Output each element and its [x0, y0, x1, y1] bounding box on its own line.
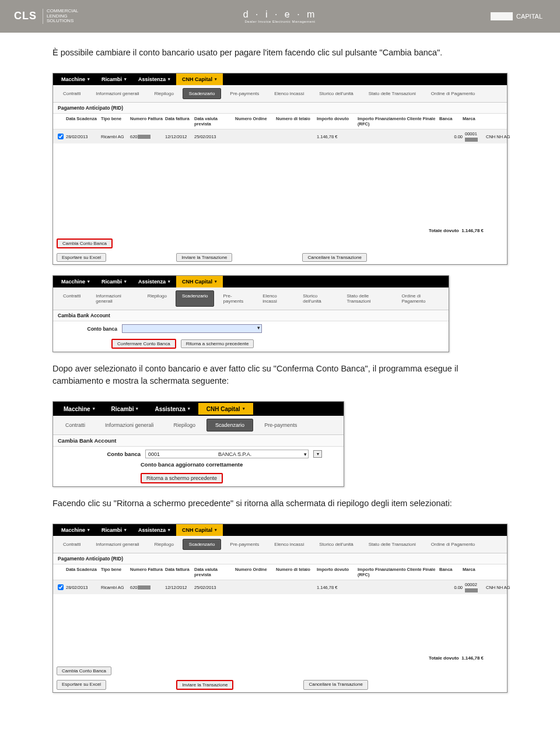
row-checkbox[interactable]	[58, 134, 64, 139]
nav-macchine[interactable]: Macchine▾	[55, 524, 96, 536]
confermare-conto-banca-button[interactable]: Confermare Conto Banca	[111, 339, 176, 349]
nav-cnh-capital[interactable]: CNH Capital▾	[198, 403, 253, 415]
ss2-section-label: Cambia Bank Account	[53, 310, 449, 321]
paragraph-1: È possibile cambiare il conto bancario u…	[52, 47, 508, 59]
conto-banca-label: Conto banca	[59, 451, 141, 457]
ritorna-schermo-precedente-button[interactable]: Ritorna a schermo precedente	[141, 473, 223, 483]
subnav-stato[interactable]: Stato delle Transazioni	[362, 88, 422, 99]
ss4-section-label: Pagamento Anticipato (RID)	[53, 553, 507, 564]
redacted-icon	[465, 138, 478, 142]
subnav-ordine[interactable]: Ordine di Pagamento	[425, 539, 482, 550]
diem-sub: Dealer Invoice Electronic Management	[243, 20, 317, 23]
ss2-subnav: Contratti Informazioni generali Riepilog…	[53, 287, 449, 310]
cell-importo: 1.146,78 €	[317, 585, 358, 590]
subnav-riepilogo[interactable]: Riepilogo	[165, 419, 205, 432]
conto-banca-select[interactable]	[122, 324, 262, 333]
subnav-scadenzario[interactable]: Scadenzario	[206, 419, 253, 432]
subnav-scadenzario[interactable]: Scadenzario	[183, 539, 221, 550]
cell-tipo-bene: Ricambi AG	[101, 134, 130, 139]
subnav-prepay[interactable]: Pre-payments	[256, 419, 306, 432]
esporta-excel-button[interactable]: Esportare su Excel	[57, 680, 106, 690]
subnav-elenco[interactable]: Elenco incassi	[268, 539, 310, 550]
nav-ricambi[interactable]: Ricambi▾	[103, 403, 147, 415]
subnav-contratti[interactable]: Contratti	[57, 419, 94, 432]
diem-logo: d · i · e · m Dealer Invoice Electronic …	[243, 9, 317, 23]
capital-logo: CAPITAL	[491, 12, 542, 20]
subnav-scadenzario[interactable]: Scadenzario	[176, 290, 214, 307]
cambia-conto-banca-button[interactable]: Cambia Conto Banca	[57, 667, 111, 675]
subnav-riepilogo[interactable]: Riepilogo	[148, 88, 180, 99]
dropdown-arrow-icon[interactable]: ▾	[313, 450, 322, 458]
subnav-stato[interactable]: Stato delle Transazioni	[362, 539, 422, 550]
inviare-transazione-button[interactable]: Inviare la Transazione	[176, 680, 233, 690]
subnav-info[interactable]: Informazioni generali	[89, 290, 138, 307]
th-rfc: Importo Finanziamento Cliente Finale (RF…	[358, 116, 439, 127]
nav-ricambi[interactable]: Ricambi▾	[96, 276, 132, 287]
esporta-excel-button[interactable]: Esportare su Excel	[57, 253, 106, 262]
ss1-navbar: Macchine▾ Ricambi▾ Assistenza▾ CNH Capit…	[53, 73, 507, 85]
subnav-riepilogo[interactable]: Riepilogo	[141, 290, 173, 307]
cell-numero-fattura: 620	[130, 134, 165, 139]
cell-marca: CNH NH AG	[486, 134, 515, 139]
th-numero-fattura: Numero Fattura	[130, 116, 165, 127]
nav-assistenza[interactable]: Assistenza▾	[132, 73, 176, 85]
screenshot-2: Macchine▾ Ricambi▾ Assistenza▾ CNH Capit…	[52, 275, 449, 352]
th-numero-telaio: Numero di telaio	[276, 116, 317, 127]
subnav-contratti[interactable]: Contratti	[57, 290, 87, 307]
nav-macchine[interactable]: Macchine▾	[55, 276, 96, 287]
ss1-subnav: Contratti Informazioni generali Riepilog…	[53, 85, 507, 103]
nav-ricambi[interactable]: Ricambi▾	[96, 524, 132, 536]
cancellare-transazione-button[interactable]: Cancellare la Transazione	[302, 253, 367, 262]
subnav-prepay[interactable]: Pre-payments	[223, 88, 265, 99]
subnav-info[interactable]: Informazioni generali	[96, 419, 163, 432]
subnav-contratti[interactable]: Contratti	[57, 88, 87, 99]
redacted-icon	[138, 585, 150, 590]
ss4-subnav: Contratti Informazioni generali Riepilog…	[53, 536, 507, 553]
nav-assistenza[interactable]: Assistenza▾	[132, 276, 176, 287]
th-data-fattura: Data fattura	[165, 116, 194, 127]
cancellare-transazione-button[interactable]: Cancellare la Transazione	[303, 680, 368, 690]
subnav-riepilogo[interactable]: Riepilogo	[148, 539, 180, 550]
th-rfc: Importo Finanziamento Cliente Finale (RF…	[358, 567, 439, 577]
subnav-storico[interactable]: Storico dell'unità	[313, 88, 359, 99]
th-numero-fattura: Numero Fattura	[130, 567, 165, 577]
redacted-icon	[138, 135, 150, 139]
subnav-stato[interactable]: Stato delle Transazioni	[340, 290, 393, 307]
subnav-prepay[interactable]: Pre-payments	[223, 539, 265, 550]
cambia-conto-banca-button[interactable]: Cambia Conto Banca	[57, 239, 113, 248]
th-marca: Marca	[463, 116, 492, 127]
subnav-elenco[interactable]: Elenco incassi	[268, 88, 310, 99]
subnav-scadenzario[interactable]: Scadenzario	[183, 88, 221, 99]
inviare-transazione-button[interactable]: Inviare la Transazione	[176, 253, 232, 262]
nav-assistenza[interactable]: Assistenza▾	[132, 524, 176, 536]
paragraph-2: Dopo aver selezionato il conto bancario …	[52, 363, 508, 387]
subnav-storico[interactable]: Storico dell'unità	[296, 290, 338, 307]
conto-banca-select-value[interactable]: 0001BANCA S.P.A.	[145, 450, 309, 458]
nav-ricambi[interactable]: Ricambi▾	[96, 73, 132, 85]
nav-cnh-capital[interactable]: CNH Capital▾	[176, 276, 223, 287]
redacted-icon	[465, 588, 478, 592]
subnav-ordine[interactable]: Ordine di Pagamento	[425, 88, 482, 99]
nav-macchine[interactable]: Macchine▾	[55, 73, 96, 85]
cell-data-valuta: 25/02/2013	[194, 134, 235, 139]
subnav-elenco[interactable]: Elenco incassi	[256, 290, 294, 307]
subnav-info[interactable]: Informazioni generali	[89, 88, 145, 99]
subnav-storico[interactable]: Storico dell'unità	[313, 539, 359, 550]
nav-cnh-capital[interactable]: CNH Capital▾	[176, 524, 223, 536]
cell-data-fattura: 12/12/2012	[165, 134, 194, 139]
subnav-contratti[interactable]: Contratti	[57, 539, 87, 550]
subnav-ordine[interactable]: Ordine di Pagamento	[395, 290, 445, 307]
nav-cnh-capital[interactable]: CNH Capital▾	[176, 73, 223, 85]
ritorna-schermo-precedente-button[interactable]: Ritorna a schermo precedente	[181, 339, 254, 348]
subnav-prepay[interactable]: Pre-payments	[216, 290, 254, 307]
row-checkbox[interactable]	[58, 584, 64, 590]
cell-data-scadenza: 28/02/2013	[66, 585, 101, 590]
th-data-fattura: Data fattura	[165, 567, 194, 577]
cell-rfc: 0.00	[439, 585, 463, 590]
th-numero-ordine: Numero Ordine	[235, 567, 276, 577]
nav-macchine[interactable]: Macchine▾	[55, 403, 103, 415]
nav-assistenza[interactable]: Assistenza▾	[146, 403, 198, 415]
cell-importo: 1.146,78 €	[317, 134, 358, 139]
th-data-scadenza: Data Scadenza	[66, 116, 101, 127]
subnav-info[interactable]: Informazioni generali	[89, 539, 145, 550]
